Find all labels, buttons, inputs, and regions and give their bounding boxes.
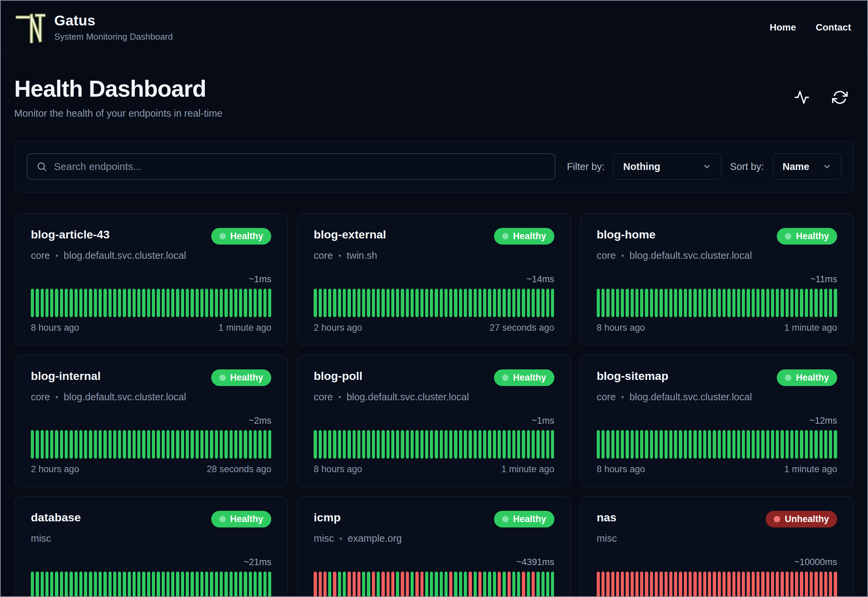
uptime-bar[interactable] xyxy=(220,572,223,597)
uptime-bar[interactable] xyxy=(410,289,414,317)
uptime-bar[interactable] xyxy=(258,289,261,317)
uptime-bar[interactable] xyxy=(387,572,390,597)
uptime-bar[interactable] xyxy=(338,289,341,317)
uptime-bar[interactable] xyxy=(631,430,634,459)
uptime-bar[interactable] xyxy=(123,430,126,459)
uptime-bar[interactable] xyxy=(483,289,486,317)
uptime-bar[interactable] xyxy=(249,289,252,317)
uptime-bar[interactable] xyxy=(703,289,706,317)
uptime-bar[interactable] xyxy=(659,289,662,317)
uptime-bar[interactable] xyxy=(444,289,447,317)
uptime-bar[interactable] xyxy=(546,289,549,317)
uptime-bar[interactable] xyxy=(314,289,317,317)
uptime-bar[interactable] xyxy=(210,430,213,459)
uptime-bar[interactable] xyxy=(601,289,604,317)
activity-icon[interactable] xyxy=(794,89,810,105)
uptime-bar[interactable] xyxy=(224,572,228,597)
uptime-bar[interactable] xyxy=(94,572,97,597)
uptime-bar[interactable] xyxy=(381,289,385,317)
uptime-bar[interactable] xyxy=(249,572,252,597)
uptime-bar[interactable] xyxy=(171,430,174,459)
uptime-bar[interactable] xyxy=(171,289,174,317)
uptime-bar[interactable] xyxy=(104,572,107,597)
uptime-bars[interactable] xyxy=(31,572,271,597)
uptime-bar[interactable] xyxy=(357,430,360,459)
uptime-bar[interactable] xyxy=(824,430,827,459)
uptime-bar[interactable] xyxy=(502,289,505,317)
uptime-bar[interactable] xyxy=(36,430,39,459)
uptime-bar[interactable] xyxy=(94,289,97,317)
uptime-bar[interactable] xyxy=(551,572,554,597)
uptime-bar[interactable] xyxy=(732,572,735,597)
uptime-bar[interactable] xyxy=(224,430,228,459)
uptime-bar[interactable] xyxy=(674,572,677,597)
uptime-bar[interactable] xyxy=(474,572,477,597)
uptime-bar[interactable] xyxy=(362,430,365,459)
uptime-bar[interactable] xyxy=(790,430,793,459)
uptime-bar[interactable] xyxy=(186,572,189,597)
uptime-bar[interactable] xyxy=(508,430,511,459)
uptime-bar[interactable] xyxy=(186,430,189,459)
uptime-bar[interactable] xyxy=(444,572,447,597)
uptime-bar[interactable] xyxy=(230,430,233,459)
uptime-bar[interactable] xyxy=(353,572,355,597)
uptime-bar[interactable] xyxy=(362,572,365,597)
uptime-bar[interactable] xyxy=(732,430,735,459)
uptime-bar[interactable] xyxy=(819,572,822,597)
uptime-bar[interactable] xyxy=(713,289,716,317)
uptime-bar[interactable] xyxy=(200,430,203,459)
uptime-bar[interactable] xyxy=(123,289,126,317)
uptime-bar[interactable] xyxy=(483,572,486,597)
uptime-bar[interactable] xyxy=(133,289,136,317)
uptime-bar[interactable] xyxy=(776,430,779,459)
uptime-bar[interactable] xyxy=(625,430,629,459)
uptime-bar[interactable] xyxy=(747,430,750,459)
uptime-bar[interactable] xyxy=(752,430,755,459)
uptime-bar[interactable] xyxy=(611,572,615,597)
uptime-bar[interactable] xyxy=(50,289,53,317)
uptime-bar[interactable] xyxy=(415,430,418,459)
uptime-bar[interactable] xyxy=(478,289,481,317)
uptime-bar[interactable] xyxy=(625,572,629,597)
uptime-bar[interactable] xyxy=(244,430,247,459)
uptime-bar[interactable] xyxy=(546,572,549,597)
uptime-bar[interactable] xyxy=(50,430,53,459)
uptime-bar[interactable] xyxy=(703,430,706,459)
uptime-bar[interactable] xyxy=(786,572,789,597)
uptime-bar[interactable] xyxy=(343,430,346,459)
uptime-bar[interactable] xyxy=(469,430,472,459)
uptime-bar[interactable] xyxy=(635,572,638,597)
uptime-bar[interactable] xyxy=(708,430,711,459)
uptime-bar[interactable] xyxy=(713,430,716,459)
uptime-bar[interactable] xyxy=(800,430,803,459)
uptime-bar[interactable] xyxy=(747,289,750,317)
uptime-bar[interactable] xyxy=(239,430,242,459)
uptime-bar[interactable] xyxy=(635,430,638,459)
uptime-bar[interactable] xyxy=(542,289,545,317)
uptime-bar[interactable] xyxy=(679,430,682,459)
endpoint-card[interactable]: icmp Healthy misc • example.org ~4391ms … xyxy=(297,496,571,597)
uptime-bar[interactable] xyxy=(444,430,447,459)
uptime-bar[interactable] xyxy=(790,289,793,317)
uptime-bar[interactable] xyxy=(440,289,443,317)
uptime-bar[interactable] xyxy=(631,572,634,597)
uptime-bar[interactable] xyxy=(727,572,730,597)
uptime-bar[interactable] xyxy=(786,289,789,317)
uptime-bar[interactable] xyxy=(693,430,696,459)
uptime-bar[interactable] xyxy=(377,289,380,317)
uptime-bar[interactable] xyxy=(532,572,535,597)
uptime-bar[interactable] xyxy=(834,430,837,459)
uptime-bar[interactable] xyxy=(410,430,414,459)
uptime-bar[interactable] xyxy=(766,430,769,459)
uptime-bar[interactable] xyxy=(488,572,491,597)
uptime-bar[interactable] xyxy=(737,289,740,317)
uptime-bar[interactable] xyxy=(464,572,467,597)
uptime-bar[interactable] xyxy=(99,289,102,317)
uptime-bar[interactable] xyxy=(819,430,822,459)
uptime-bar[interactable] xyxy=(396,572,399,597)
uptime-bar[interactable] xyxy=(606,289,609,317)
uptime-bar[interactable] xyxy=(810,430,813,459)
endpoint-card[interactable]: blog-article-43 Healthy core • blog.defa… xyxy=(14,213,288,346)
endpoint-card[interactable]: blog-home Healthy core • blog.default.sv… xyxy=(580,213,854,346)
uptime-bar[interactable] xyxy=(669,289,672,317)
